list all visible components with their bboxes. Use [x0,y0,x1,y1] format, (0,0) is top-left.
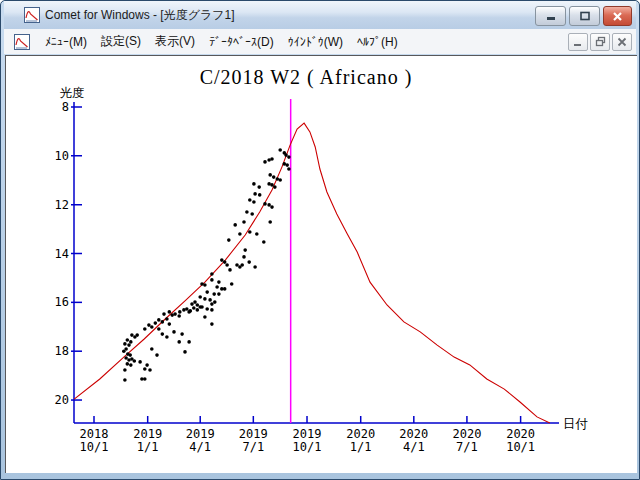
data-point [212,292,216,296]
data-point [123,368,127,372]
data-point [215,285,219,289]
data-point [168,322,172,326]
data-point [210,308,214,312]
data-point [210,278,214,282]
data-point [157,318,161,322]
x-tick-year: 2020 [346,427,375,441]
document-icon [14,34,30,50]
data-point [233,223,237,227]
data-point [143,377,147,381]
menu-item-help[interactable]: ﾍﾙﾌﾟ(H) [350,32,405,52]
data-point [270,157,274,161]
title-bar: Comet for Windows - [光度グラフ1] [4,1,636,29]
data-point [228,268,232,272]
menu-item-view[interactable]: 表示(V) [148,30,202,53]
data-point [126,362,130,366]
data-point [129,340,133,344]
x-tick-year: 2019 [133,427,162,441]
data-point [248,198,252,202]
data-point [223,260,227,264]
data-point [148,368,152,372]
data-point [193,300,197,304]
app-icon [24,7,40,23]
data-point [183,350,187,354]
close-button[interactable] [603,6,632,26]
data-point [238,232,242,236]
data-point [248,230,252,234]
minimize-button[interactable] [535,6,566,26]
data-point [198,295,202,299]
data-point [255,232,259,236]
data-point [155,353,159,357]
data-point [263,160,267,164]
menu-item-menu[interactable]: ﾒﾆｭｰ(M) [38,32,94,52]
x-tick-year: 2020 [506,427,535,441]
data-point [242,220,246,224]
x-tick-year: 2020 [399,427,428,441]
child-restore-button[interactable] [590,33,610,51]
data-point [177,340,181,344]
x-tick-year: 2018 [80,427,109,441]
data-point [273,185,277,189]
menu-item-window[interactable]: ｳｲﾝﾄﾞｳ(W) [281,32,350,52]
data-point [262,240,266,244]
data-point [178,310,182,314]
data-point [150,347,154,351]
data-point [225,263,229,267]
x-tick-date: 7/1 [242,440,264,454]
data-point [243,248,247,252]
data-point [154,321,158,325]
x-tick-date: 1/1 [350,440,372,454]
data-point [287,155,291,159]
data-point [210,322,214,326]
data-point [165,335,169,339]
x-tick-date: 7/1 [456,440,478,454]
data-point [223,287,227,291]
data-point [200,305,204,309]
menu-item-settings[interactable]: 設定(S) [94,30,148,53]
data-point [268,173,272,177]
data-point [267,203,271,207]
data-point [173,312,177,316]
maximize-button[interactable] [569,6,600,26]
data-point [128,353,132,357]
data-point [210,272,214,276]
data-point [157,327,161,331]
y-axis-ticks: 8101214161820 [55,100,82,407]
y-tick-label: 12 [55,198,69,212]
child-close-button[interactable] [612,33,632,51]
data-point [203,283,207,287]
y-tick-label: 18 [55,344,69,358]
data-point [263,202,267,206]
data-point [192,306,196,310]
data-point [180,332,184,336]
y-tick-label: 16 [55,295,69,309]
data-point [143,327,147,331]
data-point [203,315,207,319]
menu-item-database[interactable]: ﾃﾞｰﾀﾍﾞｰｽ(D) [202,32,281,52]
y-axis-label: 光度 [60,86,85,100]
data-point [165,317,169,321]
light-curve-chart: C/2018 W2 ( Africano ) 光度 日付 81012141618… [6,56,636,472]
y-tick-label: 10 [55,149,69,163]
data-point [287,167,291,171]
data-point [133,359,137,363]
data-point [203,297,207,301]
y-tick-label: 14 [55,247,69,261]
data-point [278,178,282,182]
x-tick-date: 4/1 [189,440,211,454]
data-point [126,338,130,342]
child-minimize-button[interactable] [568,33,588,51]
data-point [217,292,221,296]
x-tick-year: 2019 [186,427,215,441]
data-point [213,300,217,304]
data-point [138,360,142,364]
data-point [162,312,166,316]
data-point [187,340,191,344]
x-tick-date: 1/1 [137,440,159,454]
data-point [227,238,231,242]
data-point [135,333,139,337]
chart-title: C/2018 W2 ( Africano ) [200,66,413,89]
data-point [217,280,221,284]
data-point [272,175,276,179]
